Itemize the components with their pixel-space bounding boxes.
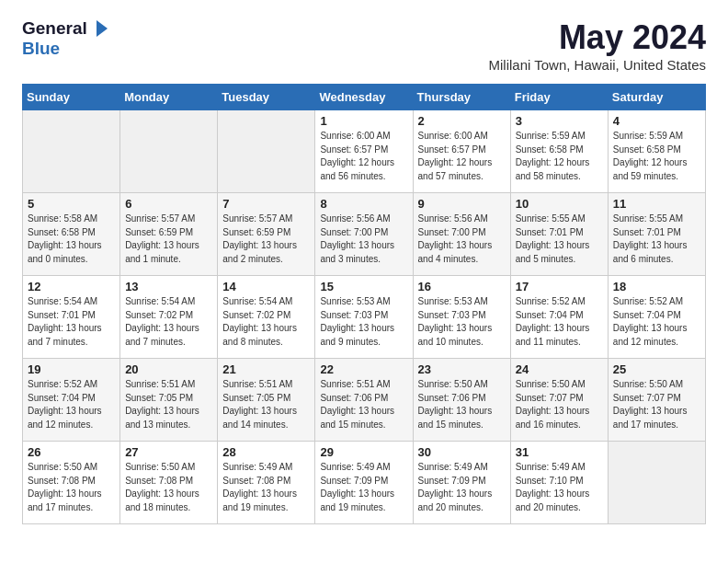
logo-general-text: General [22,18,87,39]
day-number: 14 [222,280,310,293]
daylight: Daylight: 13 hours and 19 minutes. [320,488,394,512]
table-row: 29 Sunrise: 5:49 AM Sunset: 7:09 PM Dayl… [315,442,413,524]
sunset: Sunset: 6:57 PM [418,144,486,155]
sunrise: Sunrise: 5:57 AM [125,213,195,224]
table-row: 30 Sunrise: 5:49 AM Sunset: 7:09 PM Dayl… [413,442,510,524]
logo-blue-text: Blue [22,39,60,58]
day-number: 2 [418,114,506,128]
daylight: Daylight: 13 hours and 12 minutes. [28,406,102,430]
day-number: 26 [28,445,115,459]
table-row: 16 Sunrise: 5:53 AM Sunset: 7:03 PM Dayl… [413,276,510,359]
title-area: May 2024 Mililani Town, Hawaii, United S… [489,18,707,73]
day-number: 9 [418,197,506,211]
sunset: Sunset: 7:06 PM [320,393,388,403]
daylight: Daylight: 12 hours and 58 minutes. [516,157,590,181]
sunrise: Sunrise: 6:00 AM [320,131,390,141]
daylight: Daylight: 13 hours and 14 minutes. [222,406,297,430]
day-info: Sunrise: 5:55 AM Sunset: 7:01 PM Dayligh… [516,213,603,266]
sunrise: Sunrise: 5:50 AM [125,462,195,472]
sunset: Sunset: 6:58 PM [613,144,681,155]
day-number: 12 [28,280,115,293]
table-row: 2 Sunrise: 6:00 AM Sunset: 6:57 PM Dayli… [413,110,510,193]
table-row: 7 Sunrise: 5:57 AM Sunset: 6:59 PM Dayli… [218,193,315,276]
day-number: 6 [125,197,212,211]
sunrise: Sunrise: 5:56 AM [418,213,488,224]
sunrise: Sunrise: 5:57 AM [222,213,292,224]
table-row: 26 Sunrise: 5:50 AM Sunset: 7:08 PM Dayl… [23,442,120,524]
day-info: Sunrise: 5:57 AM Sunset: 6:59 PM Dayligh… [125,213,212,266]
sunrise: Sunrise: 5:51 AM [125,379,195,389]
day-info: Sunrise: 5:50 AM Sunset: 7:06 PM Dayligh… [418,378,506,431]
sunset: Sunset: 7:01 PM [28,310,96,320]
sunset: Sunset: 6:58 PM [516,144,584,155]
table-row [23,110,120,193]
table-row: 17 Sunrise: 5:52 AM Sunset: 7:04 PM Dayl… [510,276,608,359]
table-row: 21 Sunrise: 5:51 AM Sunset: 7:05 PM Dayl… [218,359,315,442]
sunrise: Sunrise: 5:49 AM [418,462,488,472]
day-info: Sunrise: 5:59 AM Sunset: 6:58 PM Dayligh… [613,130,700,183]
calendar-week-row: 5 Sunrise: 5:58 AM Sunset: 6:58 PM Dayli… [23,193,706,276]
table-row: 11 Sunrise: 5:55 AM Sunset: 7:01 PM Dayl… [608,193,705,276]
table-row: 9 Sunrise: 5:56 AM Sunset: 7:00 PM Dayli… [413,193,510,276]
sunrise: Sunrise: 5:55 AM [613,213,683,224]
daylight: Daylight: 13 hours and 3 minutes. [320,240,394,264]
daylight: Daylight: 13 hours and 8 minutes. [222,323,297,347]
table-row: 4 Sunrise: 5:59 AM Sunset: 6:58 PM Dayli… [608,110,705,193]
day-info: Sunrise: 5:50 AM Sunset: 7:08 PM Dayligh… [125,461,212,514]
day-info: Sunrise: 5:53 AM Sunset: 7:03 PM Dayligh… [418,295,506,349]
calendar-title: May 2024 [489,18,707,57]
sunrise: Sunrise: 5:52 AM [28,379,97,389]
daylight: Daylight: 13 hours and 0 minutes. [28,240,102,264]
sunset: Sunset: 7:08 PM [222,476,290,486]
daylight: Daylight: 13 hours and 15 minutes. [320,406,394,430]
table-row: 12 Sunrise: 5:54 AM Sunset: 7:01 PM Dayl… [23,276,120,359]
table-row: 23 Sunrise: 5:50 AM Sunset: 7:06 PM Dayl… [413,359,510,442]
day-number: 22 [320,362,407,376]
daylight: Daylight: 13 hours and 17 minutes. [613,406,688,430]
day-info: Sunrise: 5:56 AM Sunset: 7:00 PM Dayligh… [320,213,407,266]
calendar-location: Mililani Town, Hawaii, United States [489,57,707,73]
sunrise: Sunrise: 5:54 AM [125,296,195,306]
sunset: Sunset: 7:07 PM [516,393,584,403]
sunrise: Sunrise: 5:50 AM [418,379,488,389]
sunrise: Sunrise: 5:53 AM [418,296,488,306]
daylight: Daylight: 13 hours and 17 minutes. [28,488,102,512]
sunrise: Sunrise: 5:49 AM [516,462,586,472]
day-number: 11 [613,197,700,211]
sunset: Sunset: 7:05 PM [222,393,290,403]
daylight: Daylight: 13 hours and 18 minutes. [125,488,199,512]
day-info: Sunrise: 5:52 AM Sunset: 7:04 PM Dayligh… [613,295,700,349]
daylight: Daylight: 12 hours and 56 minutes. [320,157,394,181]
sunset: Sunset: 7:08 PM [28,476,96,486]
day-number: 20 [125,362,212,376]
day-number: 1 [320,114,407,128]
header-thursday: Thursday [413,85,510,110]
sunset: Sunset: 6:58 PM [28,227,96,237]
day-info: Sunrise: 5:56 AM Sunset: 7:00 PM Dayligh… [418,213,506,266]
daylight: Daylight: 13 hours and 15 minutes. [418,406,493,430]
table-row [218,110,315,193]
day-info: Sunrise: 6:00 AM Sunset: 6:57 PM Dayligh… [418,130,506,183]
daylight: Daylight: 13 hours and 7 minutes. [125,323,199,347]
sunrise: Sunrise: 5:51 AM [320,379,390,389]
daylight: Daylight: 13 hours and 7 minutes. [28,323,102,347]
sunset: Sunset: 7:00 PM [418,227,486,237]
table-row: 10 Sunrise: 5:55 AM Sunset: 7:01 PM Dayl… [510,193,608,276]
table-row: 14 Sunrise: 5:54 AM Sunset: 7:02 PM Dayl… [218,276,315,359]
sunset: Sunset: 7:09 PM [320,476,388,486]
daylight: Daylight: 13 hours and 19 minutes. [222,488,297,512]
day-info: Sunrise: 5:58 AM Sunset: 6:58 PM Dayligh… [28,213,115,266]
day-info: Sunrise: 5:50 AM Sunset: 7:07 PM Dayligh… [613,378,700,431]
svg-marker-0 [97,20,108,37]
sunrise: Sunrise: 5:59 AM [613,131,683,141]
sunset: Sunset: 7:04 PM [516,310,584,320]
sunset: Sunset: 7:04 PM [613,310,681,320]
daylight: Daylight: 13 hours and 11 minutes. [516,323,590,347]
table-row: 19 Sunrise: 5:52 AM Sunset: 7:04 PM Dayl… [23,359,120,442]
calendar-week-row: 12 Sunrise: 5:54 AM Sunset: 7:01 PM Dayl… [23,276,706,359]
sunset: Sunset: 7:03 PM [320,310,388,320]
daylight: Daylight: 13 hours and 10 minutes. [418,323,493,347]
day-number: 24 [516,362,603,376]
table-row: 1 Sunrise: 6:00 AM Sunset: 6:57 PM Dayli… [315,110,413,193]
sunset: Sunset: 7:07 PM [613,393,681,403]
